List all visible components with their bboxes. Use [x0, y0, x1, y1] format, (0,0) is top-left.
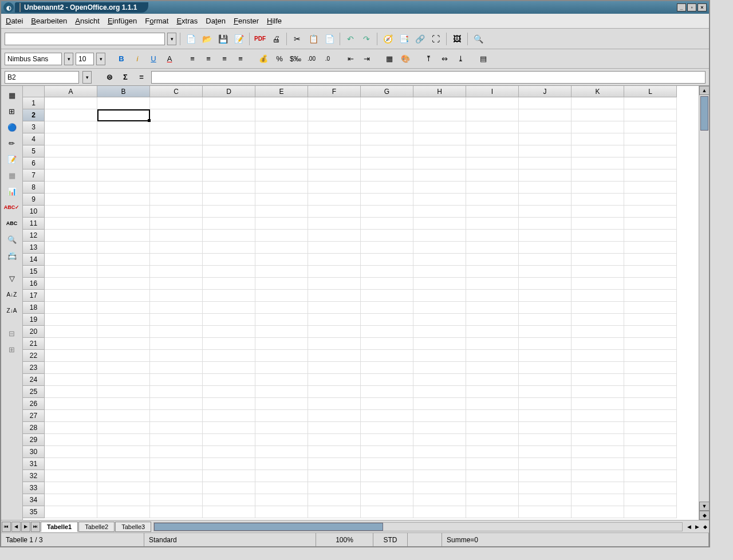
cell-K25[interactable] — [572, 386, 624, 398]
cell-A2[interactable] — [45, 109, 97, 121]
cell-F18[interactable] — [308, 302, 361, 314]
status-mode[interactable]: STD — [373, 533, 408, 546]
cell-B22[interactable] — [97, 350, 150, 362]
cell-D25[interactable] — [203, 386, 255, 398]
cell-H8[interactable] — [413, 182, 466, 194]
paste-icon[interactable]: 📄 — [322, 32, 336, 46]
close-button[interactable]: × — [697, 3, 707, 11]
cell-A29[interactable] — [45, 434, 97, 446]
column-header-A[interactable]: A — [45, 86, 97, 97]
cell-H24[interactable] — [413, 374, 466, 386]
cell-K23[interactable] — [572, 362, 624, 374]
ungroup-icon[interactable]: ⊞ — [5, 342, 19, 356]
cell-C13[interactable] — [150, 242, 203, 254]
hyperlink-icon[interactable]: 🔗 — [413, 32, 427, 46]
form-icon[interactable]: 📝 — [5, 152, 19, 166]
cell-E16[interactable] — [255, 278, 308, 290]
cell-L31[interactable] — [624, 458, 677, 470]
cell-K6[interactable] — [572, 157, 624, 169]
row-header-11[interactable]: 11 — [23, 218, 45, 230]
row-header-18[interactable]: 18 — [23, 302, 45, 314]
cell-A9[interactable] — [45, 194, 97, 206]
cell-E20[interactable] — [255, 326, 308, 338]
cell-D17[interactable] — [203, 290, 255, 302]
cell-B23[interactable] — [97, 362, 150, 374]
cell-J26[interactable] — [519, 398, 572, 410]
cell-G7[interactable] — [361, 169, 413, 182]
cell-B10[interactable] — [97, 206, 150, 218]
cell-L6[interactable] — [624, 157, 677, 169]
datasource-icon[interactable]: 📇 — [5, 249, 19, 262]
row-header-20[interactable]: 20 — [23, 326, 45, 338]
cell-B30[interactable] — [97, 446, 150, 458]
cell-I14[interactable] — [466, 254, 519, 266]
cell-G2[interactable] — [361, 109, 413, 121]
cell-E12[interactable] — [255, 230, 308, 242]
cell-G17[interactable] — [361, 290, 413, 302]
cell-F7[interactable] — [308, 169, 361, 182]
align-top-icon[interactable]: ⤒ — [421, 52, 435, 66]
cell-F21[interactable] — [308, 338, 361, 350]
cell-I3[interactable] — [466, 121, 519, 133]
cell-K33[interactable] — [572, 482, 624, 494]
cell-G24[interactable] — [361, 374, 413, 386]
row-header-22[interactable]: 22 — [23, 350, 45, 362]
cell-J21[interactable] — [519, 338, 572, 350]
url-dropdown[interactable]: ▾ — [167, 33, 176, 45]
cell-A11[interactable] — [45, 218, 97, 230]
cell-I15[interactable] — [466, 266, 519, 278]
cell-E17[interactable] — [255, 290, 308, 302]
sort-desc-icon[interactable]: Z↓A — [5, 303, 19, 317]
cell-F10[interactable] — [308, 206, 361, 218]
cell-G15[interactable] — [361, 266, 413, 278]
cell-H19[interactable] — [413, 314, 466, 326]
cell-F15[interactable] — [308, 266, 361, 278]
align-left-icon[interactable]: ≡ — [186, 52, 199, 66]
cell-H5[interactable] — [413, 145, 466, 157]
cell-I28[interactable] — [466, 422, 519, 434]
cell-J18[interactable] — [519, 302, 572, 314]
cell-H2[interactable] — [413, 109, 466, 121]
autofilter-icon[interactable]: ▽ — [5, 271, 19, 285]
cell-I29[interactable] — [466, 434, 519, 446]
cell-I1[interactable] — [466, 97, 519, 109]
cell-I21[interactable] — [466, 338, 519, 350]
autospell-icon[interactable]: ABC — [5, 216, 19, 230]
cell-L15[interactable] — [624, 266, 677, 278]
zoom-icon[interactable]: 🔍 — [471, 32, 485, 46]
cell-K2[interactable] — [572, 109, 624, 121]
cell-J10[interactable] — [519, 206, 572, 218]
cell-C12[interactable] — [150, 230, 203, 242]
cell-A17[interactable] — [45, 290, 97, 302]
cell-E21[interactable] — [255, 338, 308, 350]
menu-fenster[interactable]: Fenster — [234, 17, 259, 25]
cell-H3[interactable] — [413, 121, 466, 133]
cell-E33[interactable] — [255, 482, 308, 494]
cell-H16[interactable] — [413, 278, 466, 290]
row-header-33[interactable]: 33 — [23, 482, 45, 494]
cell-E22[interactable] — [255, 350, 308, 362]
cell-I30[interactable] — [466, 446, 519, 458]
cell-F11[interactable] — [308, 218, 361, 230]
cell-G18[interactable] — [361, 302, 413, 314]
currency-icon[interactable]: 💰 — [257, 52, 270, 66]
row-header-34[interactable]: 34 — [23, 494, 45, 506]
cell-I16[interactable] — [466, 278, 519, 290]
decrease-indent-icon[interactable]: ⇤ — [344, 52, 357, 66]
cell-H17[interactable] — [413, 290, 466, 302]
cell-A25[interactable] — [45, 386, 97, 398]
cell-B31[interactable] — [97, 458, 150, 470]
cell-A31[interactable] — [45, 458, 97, 470]
italic-button[interactable]: i — [131, 52, 144, 66]
row-header-8[interactable]: 8 — [23, 182, 45, 194]
tab-next-icon[interactable]: ▶ — [21, 522, 30, 532]
cell-D18[interactable] — [203, 302, 255, 314]
cell-G31[interactable] — [361, 458, 413, 470]
cell-H18[interactable] — [413, 302, 466, 314]
cell-J4[interactable] — [519, 133, 572, 145]
cell-K10[interactable] — [572, 206, 624, 218]
cell-L16[interactable] — [624, 278, 677, 290]
cell-K30[interactable] — [572, 446, 624, 458]
cell-D29[interactable] — [203, 434, 255, 446]
column-header-B[interactable]: B — [97, 86, 150, 97]
